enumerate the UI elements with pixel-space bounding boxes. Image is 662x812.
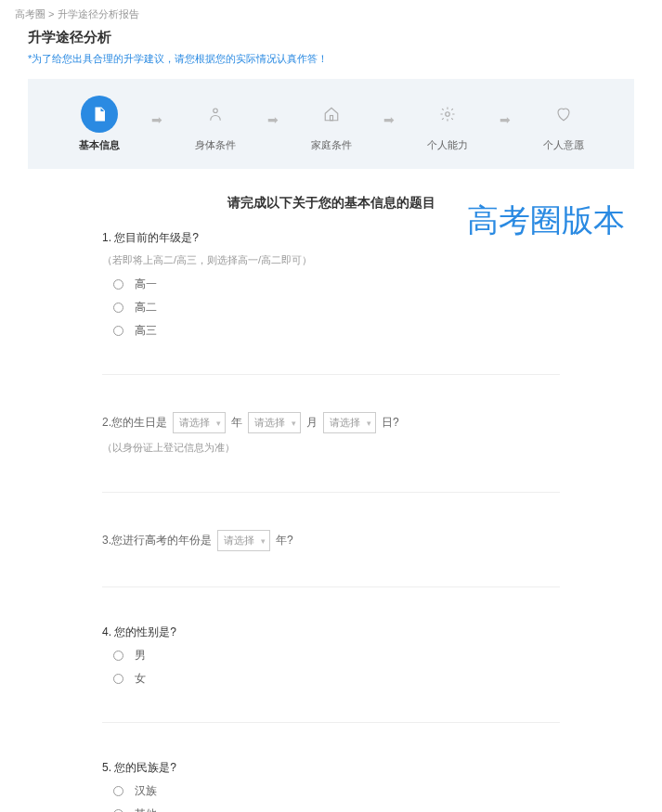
radio-option[interactable]: 高二 — [113, 300, 560, 316]
step-label: 身体条件 — [195, 138, 236, 152]
radio-option[interactable]: 高一 — [113, 277, 560, 292]
question-gender: 4. 您的性别是? 男 女 — [102, 625, 560, 723]
unit-day: 日? — [382, 415, 399, 431]
radio-option[interactable]: 女 — [113, 671, 560, 687]
unit-year: 年? — [276, 533, 293, 548]
svg-rect-1 — [97, 116, 102, 117]
radio-label: 高三 — [135, 323, 157, 339]
radio-icon — [113, 651, 123, 661]
home-icon — [313, 96, 350, 133]
gear-icon — [429, 96, 466, 133]
breadcrumb: 高考圈 > 升学途径分析报告 — [0, 0, 662, 29]
question-prefix: 3.您进行高考的年份是 — [102, 533, 212, 548]
question-exam-year: 3.您进行高考的年份是 请选择 年? — [102, 530, 560, 587]
question-ethnicity: 5. 您的民族是? 汉族 其他 — [102, 760, 560, 812]
document-icon — [81, 96, 118, 133]
page-subtitle: *为了给您出具合理的升学建议，请您根据您的实际情况认真作答！ — [28, 52, 634, 66]
radio-option[interactable]: 汉族 — [113, 783, 560, 799]
day-select[interactable]: 请选择 — [323, 412, 376, 433]
step-basic-info[interactable]: 基本信息 — [50, 96, 148, 152]
question-hint: （若即将上高二/高三，则选择高一/高二即可） — [102, 253, 560, 267]
svg-rect-4 — [330, 116, 332, 121]
radio-label: 其他 — [135, 806, 157, 812]
radio-option[interactable]: 高三 — [113, 323, 560, 339]
radio-icon — [113, 326, 123, 336]
steps-bar: 基本信息 ➡ 身体条件 ➡ 家庭条件 ➡ 个人能力 — [28, 79, 634, 169]
svg-rect-2 — [97, 118, 100, 119]
radio-label: 女 — [135, 671, 146, 687]
step-label: 家庭条件 — [311, 138, 352, 152]
breadcrumb-sep: > — [48, 8, 54, 19]
step-preference[interactable]: 个人意愿 — [514, 96, 612, 152]
step-label: 个人意愿 — [543, 138, 584, 152]
year-select[interactable]: 请选择 — [173, 412, 226, 433]
page-title: 升学途径分析 — [28, 29, 634, 46]
breadcrumb-item[interactable]: 高考圈 — [15, 8, 45, 19]
person-icon — [197, 96, 234, 133]
svg-point-3 — [213, 109, 217, 113]
breadcrumb-item: 升学途径分析报告 — [58, 8, 139, 19]
watermark: 高考圈版本 — [467, 200, 625, 242]
step-label: 个人能力 — [427, 138, 468, 152]
radio-label: 高一 — [135, 277, 157, 292]
step-ability[interactable]: 个人能力 — [398, 96, 496, 152]
radio-icon — [113, 674, 123, 684]
radio-label: 高二 — [135, 300, 157, 316]
svg-point-5 — [445, 112, 449, 117]
radio-icon — [113, 303, 123, 313]
unit-month: 月 — [306, 415, 318, 431]
arrow-icon: ➡ — [496, 112, 514, 127]
question-hint: （以身份证上登记信息为准） — [102, 441, 560, 455]
arrow-icon: ➡ — [264, 112, 282, 127]
heart-icon — [545, 96, 582, 133]
unit-year: 年 — [231, 415, 242, 431]
arrow-icon: ➡ — [148, 112, 166, 127]
step-label: 基本信息 — [79, 138, 120, 152]
radio-icon — [113, 279, 123, 290]
exam-year-select[interactable]: 请选择 — [217, 530, 270, 551]
question-title: 4. 您的性别是? — [102, 625, 560, 640]
radio-option[interactable]: 其他 — [113, 806, 560, 812]
radio-label: 男 — [135, 648, 146, 664]
question-prefix: 2.您的生日是 — [102, 415, 167, 431]
month-select[interactable]: 请选择 — [248, 412, 301, 433]
question-title: 5. 您的民族是? — [102, 760, 560, 776]
step-family[interactable]: 家庭条件 — [282, 96, 380, 152]
svg-rect-0 — [97, 113, 102, 114]
step-physical[interactable]: 身体条件 — [166, 96, 264, 152]
question-birthday: 2.您的生日是 请选择 年 请选择 月 请选择 日? （以身份证上登记信息为准） — [102, 412, 560, 493]
arrow-icon: ➡ — [380, 112, 398, 127]
radio-option[interactable]: 男 — [113, 648, 560, 664]
radio-label: 汉族 — [135, 783, 157, 799]
radio-icon — [113, 786, 123, 796]
question-grade: 1. 您目前的年级是? （若即将上高二/高三，则选择高一/高二即可） 高一 高二… — [102, 230, 560, 375]
